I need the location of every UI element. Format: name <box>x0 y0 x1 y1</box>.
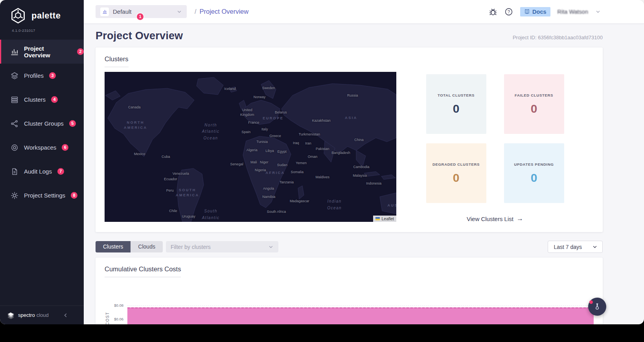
nodes-icon <box>11 120 18 128</box>
notification-dot <box>589 300 593 304</box>
page-content: Clusters <box>84 42 644 324</box>
breadcrumb: / Project Overview <box>195 8 248 15</box>
bug-report-icon[interactable] <box>489 7 497 16</box>
leaflet-label: Leaflet <box>381 216 394 221</box>
arrow-right-icon: → <box>517 215 523 223</box>
sidebar-item-label: Audit Logs <box>24 168 52 175</box>
brand: palette <box>0 0 84 24</box>
chevron-down-icon <box>177 9 182 15</box>
sidebar-item-label: Cluster Groups <box>24 120 64 127</box>
annotation-badge-7: 7 <box>57 168 64 175</box>
page-header: Project Overview Project ID: 6356fc38bb1… <box>84 24 644 42</box>
sidebar-item-label: Workspaces <box>24 144 56 151</box>
time-range-dropdown[interactable]: Last 7 days <box>548 241 603 253</box>
help-beacon-button[interactable] <box>588 298 606 316</box>
sidebar-item-profiles[interactable]: Profiles 3 <box>0 64 84 88</box>
cumulative-costs-card: Cumulative Clusters Costs COST $0.08 $0.… <box>96 258 603 324</box>
filter-placeholder: Filter by clusters <box>171 244 268 250</box>
help-icon[interactable]: ? <box>504 7 513 16</box>
sidebar: palette 4.1.0-231017 Project Overview 2 … <box>0 0 84 324</box>
sidebar-item-label: Project Overview <box>24 45 72 59</box>
stat-failed-clusters: FAILED CLUSTERS 0 <box>504 74 564 134</box>
tab-clusters[interactable]: Clusters <box>96 241 131 252</box>
sidebar-item-cluster-groups[interactable]: Cluster Groups 5 <box>0 112 84 135</box>
flask-icon <box>593 303 601 311</box>
stat-updates-pending: UPDATES PENDING 0 <box>504 143 564 203</box>
clusters-world-map[interactable]: IcelandSwedenNorwayRussiaCanadaUnited Ki… <box>105 72 396 222</box>
y-tick: $0.06 <box>105 317 123 321</box>
annotation-badge-2: 2 <box>77 48 84 55</box>
annotation-badge-6: 6 <box>62 144 68 151</box>
stat-value: 0 <box>453 102 460 115</box>
page-title: Project Overview <box>96 30 183 42</box>
target-icon <box>11 144 18 152</box>
svg-text:?: ? <box>508 9 510 14</box>
tab-clouds[interactable]: Clouds <box>131 241 163 252</box>
docs-label: Docs <box>532 9 546 15</box>
sidebar-item-project-settings[interactable]: Project Settings 8 <box>0 183 84 207</box>
leaflet-attribution[interactable]: Leaflet <box>373 216 396 222</box>
stat-degraded-clusters: DEGRADED CLUSTERS 0 <box>426 143 486 203</box>
cost-area <box>127 307 594 324</box>
project-id: Project ID: 6356fc38bb1aac03afd73100 <box>513 35 603 42</box>
layers-icon <box>11 72 18 80</box>
chevron-down-icon <box>592 244 598 250</box>
sidebar-item-clusters[interactable]: Clusters 4 <box>0 88 84 112</box>
clusters-card-title: Clusters <box>105 55 129 67</box>
stat-value: 0 <box>531 171 537 185</box>
breadcrumb-current[interactable]: Project Overview <box>199 8 248 15</box>
annotation-badge-3: 3 <box>49 72 56 79</box>
topbar-actions: ? Docs Rita Watson <box>489 7 601 16</box>
filter-by-clusters-dropdown[interactable]: Filter by clusters <box>166 241 278 252</box>
sidebar-item-label: Profiles <box>24 72 44 79</box>
footer-brand: spectrocloud <box>18 312 49 318</box>
project-selector-dropdown[interactable]: Default 1 <box>96 5 187 18</box>
sidebar-item-project-overview[interactable]: Project Overview 2 <box>0 40 84 64</box>
stat-total-clusters: TOTAL CLUSTERS 0 <box>426 74 486 134</box>
annotation-badge-4: 4 <box>51 96 58 103</box>
annotation-badge-1: 1 <box>137 13 144 20</box>
gridline <box>127 305 594 306</box>
sidebar-item-workspaces[interactable]: Workspaces 6 <box>0 135 84 159</box>
server-stack-icon <box>11 96 18 104</box>
docs-button[interactable]: Docs <box>520 7 550 16</box>
stat-label: FAILED CLUSTERS <box>515 93 553 97</box>
document-icon <box>11 168 18 176</box>
sidebar-nav: Project Overview 2 Profiles 3 Clusters 4 <box>0 40 84 207</box>
y-tick: $0.08 <box>105 303 123 307</box>
stat-label: DEGRADED CLUSTERS <box>432 162 480 166</box>
topbar: Default 1 / Project Overview ? <box>84 0 644 24</box>
clusters-card: Clusters <box>96 48 603 232</box>
stat-label: UPDATES PENDING <box>514 162 554 166</box>
main-area: Default 1 / Project Overview ? <box>84 0 644 324</box>
project-icon <box>100 7 109 16</box>
sidebar-footer: spectrocloud <box>0 305 84 324</box>
palette-logo-icon <box>9 7 27 24</box>
cluster-stats: TOTAL CLUSTERS 0 FAILED CLUSTERS 0 DEGRA… <box>396 72 594 223</box>
gear-icon <box>11 192 18 199</box>
time-range-value: Last 7 days <box>554 244 582 250</box>
chevron-down-icon <box>268 244 274 250</box>
world-map-landmass <box>105 72 396 222</box>
view-clusters-list-label: View Clusters List <box>467 216 513 222</box>
app-version: 4.1.0-231017 <box>0 24 84 33</box>
costs-card-title: Cumulative Clusters Costs <box>105 265 181 277</box>
sidebar-item-label: Clusters <box>24 96 46 103</box>
brand-name: palette <box>31 11 61 21</box>
ukraine-flag-icon <box>375 217 380 220</box>
view-clusters-list-link[interactable]: View Clusters List → <box>467 215 523 223</box>
sidebar-collapse-button[interactable] <box>63 313 68 318</box>
bar-chart-icon <box>11 48 18 56</box>
chevron-down-icon[interactable] <box>595 9 601 15</box>
stat-label: TOTAL CLUSTERS <box>438 93 475 97</box>
app-window: palette 4.1.0-231017 Project Overview 2 … <box>0 0 644 324</box>
stat-value: 0 <box>531 102 537 115</box>
annotation-badge-8: 8 <box>71 192 77 199</box>
annotation-badge-5: 5 <box>69 120 76 127</box>
user-menu[interactable]: Rita Watson <box>558 9 588 15</box>
sidebar-item-audit-logs[interactable]: Audit Logs 7 <box>0 159 84 183</box>
filter-bar: Clusters Clouds Filter by clusters Last … <box>96 241 603 253</box>
sidebar-item-label: Project Settings <box>24 192 65 199</box>
book-icon <box>524 9 530 15</box>
breadcrumb-separator: / <box>195 8 196 15</box>
